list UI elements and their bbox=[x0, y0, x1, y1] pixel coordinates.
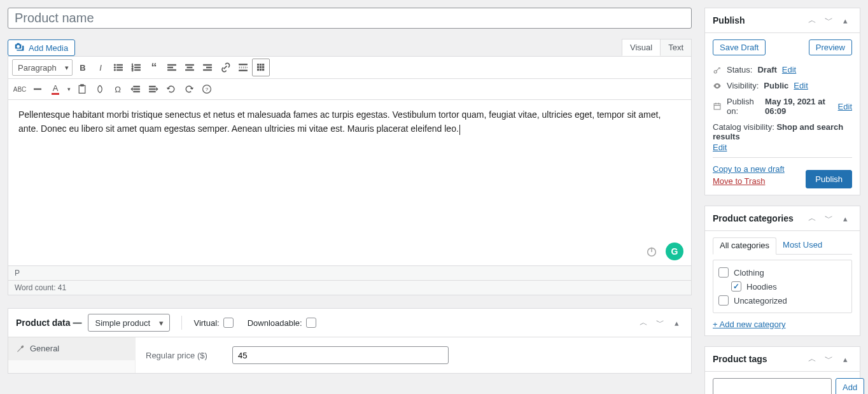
indent-button[interactable] bbox=[144, 80, 162, 98]
redo-button[interactable] bbox=[180, 80, 198, 98]
editor-path: P bbox=[8, 265, 691, 280]
move-down-icon[interactable]: ﹀ bbox=[653, 316, 667, 330]
status-value: Draft bbox=[757, 65, 776, 74]
status-edit-link[interactable]: Edit bbox=[782, 65, 796, 74]
key-icon bbox=[713, 66, 722, 74]
category-list: ClothingHoodiesUncategorized bbox=[713, 260, 852, 313]
publish-title: Publish bbox=[713, 15, 745, 25]
svg-rect-17 bbox=[186, 69, 194, 71]
italic-button[interactable]: I bbox=[92, 59, 109, 76]
help-button[interactable]: ? bbox=[198, 80, 216, 98]
outdent-button[interactable] bbox=[127, 80, 144, 98]
editor-content[interactable]: Pellentesque habitant morbi tristique se… bbox=[8, 100, 691, 265]
move-to-trash-link[interactable]: Move to Trash bbox=[713, 176, 785, 186]
move-down-icon[interactable]: ﹀ bbox=[822, 13, 836, 27]
product-type-select[interactable]: Simple product bbox=[88, 314, 170, 332]
visibility-value: Public bbox=[764, 81, 788, 90]
toggle-panel-icon[interactable]: ▴ bbox=[838, 352, 852, 366]
eye-icon bbox=[713, 81, 722, 90]
category-item[interactable]: Clothing bbox=[718, 265, 846, 279]
downloadable-checkbox-label[interactable]: Downloadable: bbox=[248, 318, 316, 328]
svg-rect-31 bbox=[260, 69, 261, 70]
special-character-button[interactable]: Ω bbox=[109, 80, 127, 98]
editor-text: Pellentesque habitant morbi tristique se… bbox=[18, 109, 661, 134]
editor-tab-text[interactable]: Text bbox=[660, 39, 692, 56]
calendar-icon bbox=[713, 102, 722, 111]
read-more-button[interactable] bbox=[234, 59, 252, 76]
toggle-panel-icon[interactable]: ▴ bbox=[838, 13, 852, 27]
undo-button[interactable] bbox=[162, 80, 180, 98]
move-up-icon[interactable]: ︿ bbox=[636, 316, 650, 330]
blockquote-button[interactable]: “ bbox=[145, 59, 163, 76]
svg-rect-34 bbox=[79, 85, 85, 93]
product-title-input[interactable] bbox=[8, 8, 692, 29]
publish-button[interactable]: Publish bbox=[806, 170, 852, 188]
virtual-checkbox-label[interactable]: Virtual: bbox=[193, 318, 233, 328]
svg-rect-22 bbox=[239, 67, 248, 68]
move-up-icon[interactable]: ︿ bbox=[805, 352, 819, 366]
move-down-icon[interactable]: ﹀ bbox=[822, 211, 836, 225]
hr-button[interactable] bbox=[29, 80, 46, 98]
svg-rect-23 bbox=[239, 70, 248, 71]
svg-rect-13 bbox=[168, 67, 173, 68]
categories-title: Product categories bbox=[713, 213, 794, 223]
strikethrough-button[interactable]: ABC bbox=[11, 80, 29, 98]
tab-general[interactable]: General bbox=[8, 337, 135, 360]
category-item[interactable]: Uncategorized bbox=[718, 293, 846, 307]
link-button[interactable] bbox=[216, 59, 234, 76]
power-icon[interactable] bbox=[643, 243, 661, 260]
svg-rect-35 bbox=[81, 85, 84, 86]
tab-all-categories[interactable]: All categories bbox=[713, 237, 776, 255]
tag-input[interactable] bbox=[713, 378, 832, 394]
svg-point-4 bbox=[114, 69, 115, 71]
regular-price-label: Regular price ($) bbox=[146, 351, 222, 360]
tab-most-used[interactable]: Most Used bbox=[776, 237, 829, 254]
clear-formatting-button[interactable] bbox=[91, 80, 109, 98]
move-up-icon[interactable]: ︿ bbox=[805, 211, 819, 225]
editor-tab-visual[interactable]: Visual bbox=[622, 39, 661, 56]
align-left-button[interactable] bbox=[163, 59, 181, 76]
svg-rect-27 bbox=[257, 66, 258, 67]
svg-rect-12 bbox=[168, 64, 176, 66]
ordered-list-button[interactable]: 123 bbox=[127, 59, 145, 76]
toolbar-toggle-button[interactable] bbox=[252, 59, 270, 76]
svg-rect-16 bbox=[187, 67, 192, 68]
svg-rect-3 bbox=[117, 67, 123, 68]
schedule-edit-link[interactable]: Edit bbox=[838, 102, 852, 111]
catalog-edit-link[interactable]: Edit bbox=[713, 143, 727, 152]
publish-on-value: May 19, 2021 at 06:09 bbox=[765, 97, 833, 116]
grammarly-icon[interactable]: G bbox=[666, 243, 683, 260]
bold-button[interactable]: B bbox=[74, 59, 92, 76]
publish-on-label: Publish on: bbox=[727, 97, 760, 116]
svg-rect-15 bbox=[186, 64, 194, 66]
toggle-panel-icon[interactable]: ▴ bbox=[838, 211, 852, 225]
copy-draft-link[interactable]: Copy to a new draft bbox=[713, 164, 785, 174]
text-color-dropdown[interactable]: ▾ bbox=[64, 80, 73, 98]
save-draft-button[interactable]: Save Draft bbox=[713, 39, 766, 55]
bullet-list-button[interactable] bbox=[109, 59, 127, 76]
product-data-title: Product data — bbox=[16, 318, 81, 328]
virtual-checkbox[interactable] bbox=[223, 318, 234, 328]
move-down-icon[interactable]: ﹀ bbox=[822, 352, 836, 366]
align-right-button[interactable] bbox=[199, 59, 216, 76]
category-item[interactable]: Hoodies bbox=[718, 279, 846, 293]
visibility-edit-link[interactable]: Edit bbox=[794, 81, 808, 90]
regular-price-input[interactable] bbox=[232, 346, 449, 364]
category-checkbox[interactable] bbox=[718, 267, 729, 278]
add-new-category-link[interactable]: + Add new category bbox=[713, 320, 786, 329]
svg-rect-38 bbox=[134, 91, 140, 92]
move-up-icon[interactable]: ︿ bbox=[805, 13, 819, 27]
category-checkbox[interactable] bbox=[718, 295, 729, 306]
paste-text-button[interactable] bbox=[73, 80, 91, 98]
category-label: Uncategorized bbox=[734, 296, 787, 306]
downloadable-checkbox[interactable] bbox=[306, 318, 316, 328]
text-color-button[interactable]: A bbox=[46, 80, 64, 98]
add-media-button[interactable]: Add Media bbox=[8, 39, 75, 56]
category-checkbox[interactable] bbox=[731, 281, 741, 292]
svg-rect-25 bbox=[260, 64, 261, 65]
format-select[interactable]: Paragraph bbox=[12, 59, 73, 76]
add-tag-button[interactable]: Add bbox=[836, 378, 864, 394]
toggle-panel-icon[interactable]: ▴ bbox=[669, 316, 683, 330]
align-center-button[interactable] bbox=[181, 59, 199, 76]
preview-button[interactable]: Preview bbox=[809, 39, 852, 55]
